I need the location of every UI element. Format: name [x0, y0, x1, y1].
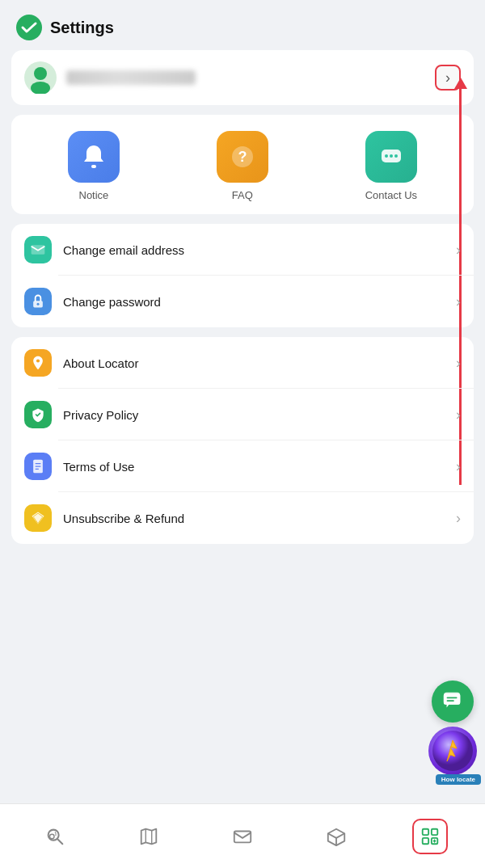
- notice-label: Notice: [79, 189, 109, 201]
- change-password-chevron: ›: [456, 293, 461, 310]
- tab-item-search[interactable]: [8, 804, 102, 868]
- quick-item-faq[interactable]: ? FAQ: [217, 131, 268, 201]
- terms-icon-bg: [24, 453, 52, 480]
- question-icon: ?: [228, 142, 257, 171]
- quick-item-notice[interactable]: Notice: [68, 131, 120, 201]
- svg-marker-27: [141, 828, 157, 844]
- location-icon: [30, 355, 46, 371]
- svg-rect-4: [91, 165, 96, 168]
- svg-point-9: [390, 154, 393, 158]
- mail-icon: [232, 826, 253, 847]
- profile-row: [11, 50, 474, 105]
- about-locator-chevron: ›: [456, 355, 461, 372]
- how-locate-badge[interactable]: [428, 727, 477, 775]
- notice-icon-bg: [68, 131, 120, 183]
- app-logo: [16, 15, 42, 40]
- header: Settings: [0, 0, 485, 50]
- bell-icon: [79, 142, 108, 171]
- faq-icon-bg: ?: [217, 131, 268, 183]
- float-chat-button[interactable]: [432, 680, 474, 723]
- search-tab-icon: [37, 819, 73, 854]
- terms-of-use-chevron: ›: [456, 458, 461, 475]
- password-icon-bg: [24, 288, 52, 315]
- menu-item-change-email[interactable]: Change email address ›: [11, 224, 474, 276]
- tab-bar: [0, 803, 485, 868]
- shield-icon: [30, 407, 46, 423]
- svg-line-25: [57, 839, 62, 844]
- settings-tab-icon: [412, 819, 448, 854]
- menu-item-about-locator[interactable]: About Locator ›: [11, 337, 474, 389]
- grid-icon: [420, 826, 441, 847]
- quick-actions-card: Notice ? FAQ Contact Us: [11, 115, 474, 214]
- profile-name-blurred: [66, 70, 196, 85]
- email-icon: [30, 242, 46, 258]
- unsubscribe-label: Unsubscribe & Refund: [63, 512, 456, 525]
- svg-point-8: [385, 154, 388, 158]
- document-icon: [30, 458, 46, 474]
- profile-left: [24, 61, 196, 94]
- about-locator-label: About Locator: [63, 356, 456, 370]
- svg-point-2: [34, 67, 47, 80]
- float-chat-icon: [442, 691, 463, 712]
- page-title: Settings: [50, 19, 114, 37]
- unsubscribe-icon-bg: [24, 504, 52, 532]
- terms-of-use-label: Terms of Use: [63, 460, 456, 474]
- menu-group-2: About Locator › Privacy Policy › Terms o…: [11, 337, 474, 544]
- faq-label: FAQ: [232, 189, 253, 201]
- menu-item-privacy-policy[interactable]: Privacy Policy ›: [11, 389, 474, 440]
- diamond-icon: [30, 510, 46, 526]
- svg-rect-34: [432, 828, 437, 834]
- avatar: [24, 61, 57, 94]
- svg-point-14: [36, 359, 40, 362]
- lock-icon: [30, 293, 46, 310]
- chat-icon: [377, 142, 406, 171]
- menu-item-change-password[interactable]: Change password ›: [11, 276, 474, 327]
- svg-rect-35: [423, 837, 428, 843]
- unsubscribe-chevron: ›: [456, 510, 461, 527]
- menu-item-unsubscribe[interactable]: Unsubscribe & Refund ›: [11, 492, 474, 544]
- box-icon: [326, 826, 347, 847]
- box-tab-icon: [318, 819, 354, 854]
- tab-item-settings[interactable]: [383, 804, 477, 868]
- menu-group-1: Change email address › Change password ›: [11, 224, 474, 327]
- how-locate-label: How locate: [436, 774, 481, 785]
- change-email-chevron: ›: [456, 242, 461, 259]
- privacy-icon-bg: [24, 401, 52, 428]
- menu-item-terms-of-use[interactable]: Terms of Use ›: [11, 440, 474, 492]
- svg-rect-33: [423, 828, 428, 834]
- privacy-policy-chevron: ›: [456, 407, 461, 423]
- search-icon: [44, 826, 65, 847]
- contact-label: Contact Us: [365, 189, 417, 201]
- contact-icon-bg: [365, 131, 417, 183]
- email-icon-bg: [24, 236, 52, 263]
- privacy-policy-label: Privacy Policy: [63, 408, 456, 422]
- tab-item-messages[interactable]: [196, 804, 289, 868]
- svg-text:?: ?: [238, 149, 247, 165]
- change-password-label: Change password: [63, 295, 456, 309]
- svg-point-13: [37, 303, 40, 305]
- svg-rect-30: [234, 831, 251, 842]
- how-locate-icon: [432, 731, 473, 771]
- svg-point-0: [16, 15, 42, 40]
- map-icon: [138, 826, 159, 847]
- map-tab-icon: [131, 819, 167, 854]
- tab-item-box[interactable]: [289, 804, 383, 868]
- change-email-label: Change email address: [63, 243, 456, 257]
- svg-point-10: [394, 154, 398, 158]
- locator-icon-bg: [24, 349, 52, 377]
- tab-item-map[interactable]: [102, 804, 196, 868]
- quick-item-contact[interactable]: Contact Us: [365, 131, 417, 201]
- messages-tab-icon: [225, 819, 260, 854]
- svg-point-26: [50, 834, 55, 839]
